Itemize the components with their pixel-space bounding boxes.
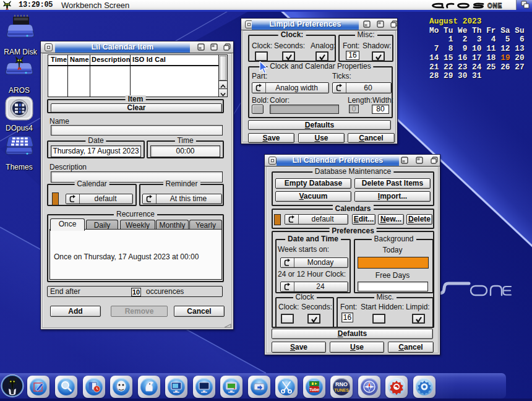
svg-text:TUNES: TUNES (334, 388, 349, 392)
svg-text:ONE: ONE (487, 2, 502, 9)
svg-text:RNO: RNO (335, 381, 348, 387)
svg-text:Tube: Tube (309, 387, 319, 392)
